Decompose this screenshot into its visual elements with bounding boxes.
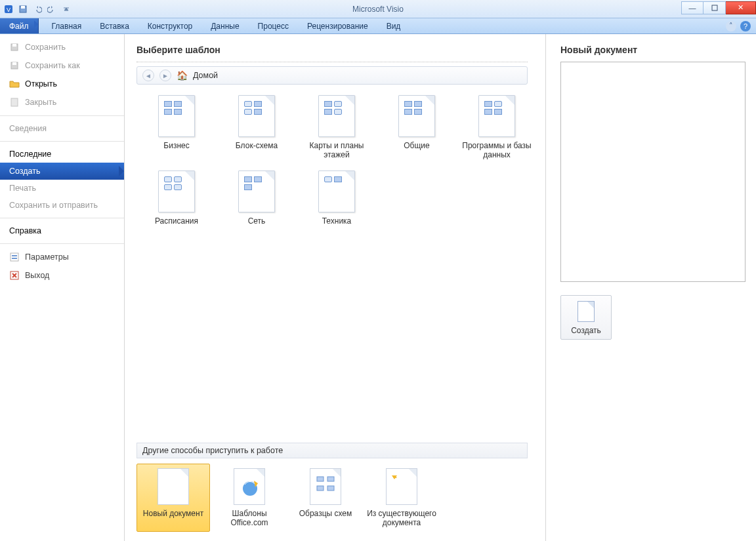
sidebar-label: Печать: [9, 184, 36, 193]
svg-rect-4: [712, 5, 717, 10]
preview-pane: Новый документ Создать: [546, 34, 756, 541]
svg-rect-18: [327, 486, 334, 491]
ribbon-tab-home[interactable]: Главная: [43, 18, 91, 33]
sidebar-recent[interactable]: Последние: [0, 146, 124, 163]
svg-rect-16: [327, 477, 334, 481]
svg-rect-8: [12, 62, 16, 65]
sidebar-label: Сохранить и отправить: [9, 201, 98, 210]
svg-rect-6: [12, 44, 16, 47]
close-doc-icon: [9, 97, 20, 108]
template-categories: Бизнес Блок-схема Карты и планы этажей О…: [136, 91, 543, 241]
visio-app-icon[interactable]: V: [3, 3, 14, 15]
other-office-templates[interactable]: Шаблоны Office.com: [213, 464, 286, 532]
window-controls: — ✕: [681, 4, 756, 14]
other-label: Шаблоны Office.com: [213, 509, 285, 527]
nav-back-icon[interactable]: ◄: [142, 70, 154, 81]
category-flowchart[interactable]: Блок-схема: [219, 95, 294, 160]
preview-title: Новый документ: [560, 45, 742, 55]
sidebar-close[interactable]: Закрыть: [0, 93, 124, 111]
sidebar-info[interactable]: Сведения: [0, 120, 124, 137]
svg-rect-15: [317, 477, 324, 481]
category-engineering[interactable]: Техника: [299, 170, 374, 235]
ribbon-tab-process[interactable]: Процесс: [249, 18, 298, 33]
sidebar-label: Сохранить как: [25, 61, 80, 70]
sidebar-new[interactable]: Создать: [0, 163, 124, 180]
sidebar-save-as[interactable]: Сохранить как: [0, 56, 124, 75]
category-thumb: [318, 170, 355, 212]
category-thumb: [158, 170, 195, 212]
ribbon-tab-view[interactable]: Вид: [377, 18, 410, 33]
nav-forward-icon[interactable]: ►: [159, 70, 171, 81]
backstage-main: Выберите шаблон ◄ ► 🏠 Домой Бизнес Блок-…: [125, 34, 546, 541]
backstage: Сохранить Сохранить как Открыть Закрыть …: [0, 34, 756, 541]
redo-icon[interactable]: [46, 3, 58, 15]
sidebar-label: Закрыть: [25, 98, 56, 107]
breadcrumb-home-label[interactable]: Домой: [193, 71, 218, 80]
sidebar-print[interactable]: Печать: [0, 180, 124, 197]
category-business[interactable]: Бизнес: [139, 95, 214, 160]
category-schedules[interactable]: Расписания: [139, 170, 214, 235]
ribbon-minimize-icon[interactable]: ˄: [726, 21, 736, 31]
category-software-database[interactable]: Программы и базы данных: [459, 95, 534, 160]
category-network[interactable]: Сеть: [219, 170, 294, 235]
svg-rect-10: [10, 253, 18, 261]
save-icon[interactable]: [17, 3, 29, 15]
create-label: Создать: [571, 326, 601, 335]
sidebar-label: Открыть: [25, 79, 57, 89]
help-icon[interactable]: ?: [740, 21, 751, 31]
divider: [136, 62, 528, 62]
category-thumb: [478, 95, 515, 137]
other-label: Новый документ: [143, 509, 203, 518]
category-maps-floorplans[interactable]: Карты и планы этажей: [299, 95, 374, 160]
backstage-sidebar: Сохранить Сохранить как Открыть Закрыть …: [0, 34, 125, 541]
ribbon-tab-data[interactable]: Данные: [201, 18, 248, 33]
close-button[interactable]: ✕: [726, 1, 756, 14]
minimize-button[interactable]: —: [681, 1, 704, 14]
template-breadcrumb: ◄ ► 🏠 Домой: [136, 66, 528, 85]
other-label: Образцы схем: [299, 509, 352, 518]
sidebar-options[interactable]: Параметры: [0, 248, 124, 266]
sidebar-exit[interactable]: Выход: [0, 266, 124, 285]
sidebar-label: Выход: [25, 271, 49, 280]
ribbon-tab-review[interactable]: Рецензирование: [298, 18, 377, 33]
svg-rect-12: [12, 258, 17, 259]
undo-icon[interactable]: [32, 3, 43, 15]
choose-template-heading: Выберите шаблон: [136, 45, 545, 55]
category-thumb: [398, 95, 435, 137]
ribbon-tab-file[interactable]: Файл: [0, 18, 39, 33]
office-templates-icon: [234, 468, 265, 505]
other-blank-document[interactable]: Новый документ: [136, 464, 210, 532]
sidebar-label: Сохранить: [25, 43, 66, 52]
sidebar-help[interactable]: Справка: [0, 222, 124, 239]
ribbon-tab-insert[interactable]: Вставка: [91, 18, 138, 33]
category-label: Карты и планы этажей: [299, 141, 374, 160]
save-as-icon: [9, 60, 20, 71]
preview-canvas: [560, 62, 746, 282]
sidebar-label: Сведения: [9, 124, 47, 133]
qat-customize-icon[interactable]: [60, 3, 72, 15]
category-thumb: [318, 95, 355, 137]
category-thumb: [158, 95, 195, 137]
category-label: Расписания: [155, 216, 198, 235]
category-label: Техника: [322, 216, 352, 235]
category-label: Бизнес: [163, 141, 189, 159]
svg-rect-17: [317, 486, 324, 491]
sidebar-save-send[interactable]: Сохранить и отправить: [0, 197, 124, 214]
save-icon: [9, 42, 20, 52]
other-ways-header: Другие способы приступить к работе: [136, 443, 528, 458]
home-icon[interactable]: 🏠: [177, 70, 188, 81]
titlebar: V Microsoft Visio — ✕: [0, 0, 756, 18]
create-button[interactable]: Создать: [560, 295, 612, 340]
category-thumb: [238, 170, 275, 212]
maximize-button[interactable]: [704, 1, 726, 14]
ribbon-tabs: Файл Главная Вставка Конструктор Данные …: [0, 18, 756, 34]
svg-rect-11: [12, 255, 17, 256]
from-existing-icon: [386, 468, 417, 505]
category-label: Блок-схема: [236, 141, 278, 159]
ribbon-tab-design[interactable]: Конструктор: [138, 18, 201, 33]
other-from-existing[interactable]: Из существую­щего документа: [365, 464, 438, 532]
other-sample-diagrams[interactable]: Образцы схем: [289, 464, 362, 532]
category-general[interactable]: Общие: [379, 95, 454, 160]
sidebar-save[interactable]: Сохранить: [0, 38, 124, 56]
sidebar-open[interactable]: Открыть: [0, 75, 124, 93]
